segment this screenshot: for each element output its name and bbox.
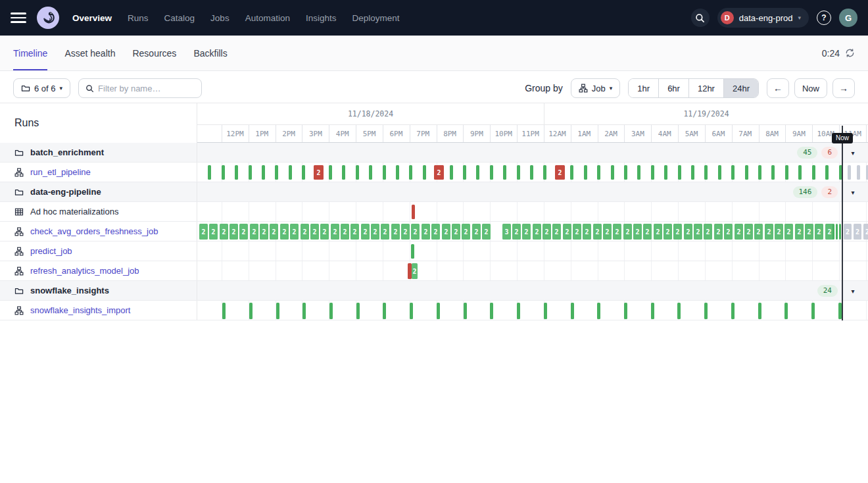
run-batch[interactable]: 2 bbox=[452, 224, 460, 240]
run-batch[interactable] bbox=[517, 165, 520, 180]
workspace-switcher[interactable]: D data-eng-prod ▾ bbox=[717, 8, 809, 28]
tab-resources[interactable]: Resources bbox=[132, 36, 176, 70]
row-name[interactable]: check_avg_orders_freshness_job bbox=[30, 226, 158, 236]
tab-timeline[interactable]: Timeline bbox=[13, 36, 47, 70]
run-batch[interactable] bbox=[624, 165, 627, 180]
run-batch[interactable] bbox=[691, 165, 694, 180]
run-batch[interactable] bbox=[249, 165, 252, 180]
run-batch[interactable]: 2 bbox=[371, 224, 379, 240]
run-batch[interactable] bbox=[704, 303, 708, 319]
run-batch[interactable]: 2 bbox=[512, 224, 521, 240]
run-batch[interactable]: 2 bbox=[411, 224, 420, 240]
run-batch[interactable] bbox=[517, 303, 520, 319]
nav-item-overview[interactable]: Overview bbox=[72, 13, 112, 23]
run-batch[interactable]: 2 bbox=[522, 224, 531, 240]
row-name[interactable]: predict_job bbox=[30, 246, 72, 256]
run-batch[interactable] bbox=[832, 224, 834, 240]
run-batch[interactable]: 2 bbox=[673, 224, 682, 240]
run-batch[interactable]: 2 bbox=[815, 224, 823, 240]
repo-scope-button[interactable]: 6 of 6 ▾ bbox=[13, 78, 70, 98]
run-batch[interactable] bbox=[798, 165, 802, 180]
filter-input[interactable] bbox=[98, 84, 195, 93]
run-batch[interactable]: 2 bbox=[401, 224, 410, 240]
run-batch[interactable]: 2 bbox=[613, 224, 621, 240]
run-batch[interactable] bbox=[677, 303, 681, 319]
run-batch[interactable] bbox=[275, 165, 278, 180]
expand-toggle-button[interactable]: ▾ bbox=[846, 185, 860, 199]
run-batch[interactable] bbox=[848, 165, 851, 180]
run-batch[interactable]: 2 bbox=[412, 263, 418, 279]
run-batch[interactable] bbox=[503, 165, 506, 180]
row-name[interactable]: run_etl_pipeline bbox=[30, 167, 91, 177]
run-batch[interactable] bbox=[410, 303, 413, 319]
run-batch[interactable] bbox=[412, 205, 415, 219]
run-batch[interactable] bbox=[276, 303, 279, 319]
search-icon[interactable] bbox=[691, 9, 710, 27]
tab-backfills[interactable]: Backfills bbox=[193, 36, 227, 70]
group-by-select[interactable]: Job ▾ bbox=[571, 78, 621, 98]
run-batch[interactable] bbox=[490, 165, 493, 180]
run-batch[interactable] bbox=[785, 165, 788, 180]
run-batch[interactable] bbox=[356, 303, 360, 319]
run-batch[interactable]: 2 bbox=[350, 224, 359, 240]
run-batch[interactable]: 3 bbox=[502, 224, 511, 240]
run-batch[interactable] bbox=[731, 165, 735, 180]
range-option-1hr[interactable]: 1hr bbox=[629, 79, 658, 97]
run-batch[interactable]: 2 bbox=[280, 224, 289, 240]
run-batch[interactable] bbox=[249, 303, 253, 319]
run-batch[interactable] bbox=[637, 165, 640, 180]
run-batch[interactable]: 2 bbox=[854, 224, 861, 240]
run-batch[interactable]: 2 bbox=[754, 224, 763, 240]
run-batch[interactable] bbox=[356, 165, 359, 180]
run-batch[interactable]: 2 bbox=[633, 224, 642, 240]
run-batch[interactable] bbox=[396, 165, 399, 180]
help-icon[interactable]: ? bbox=[817, 11, 831, 25]
run-batch[interactable]: 2 bbox=[694, 224, 702, 240]
nav-item-jobs[interactable]: Jobs bbox=[210, 13, 229, 23]
run-batch[interactable]: 2 bbox=[260, 224, 268, 240]
run-batch[interactable] bbox=[624, 303, 627, 319]
run-batch[interactable]: 2 bbox=[654, 224, 662, 240]
run-batch[interactable] bbox=[463, 165, 466, 180]
run-batch[interactable]: 2 bbox=[314, 165, 324, 180]
run-batch[interactable]: 2 bbox=[744, 224, 753, 240]
run-batch[interactable]: 2 bbox=[704, 224, 712, 240]
run-batch[interactable]: 2 bbox=[795, 224, 804, 240]
run-batch[interactable] bbox=[208, 165, 211, 180]
run-batch[interactable]: 2 bbox=[442, 224, 450, 240]
page-right-button[interactable]: → bbox=[832, 78, 855, 98]
run-batch[interactable] bbox=[476, 165, 479, 180]
run-batch[interactable] bbox=[718, 165, 721, 180]
row-name[interactable]: snowflake_insights_import bbox=[30, 305, 130, 315]
run-batch[interactable] bbox=[651, 303, 654, 319]
run-batch[interactable]: 2 bbox=[361, 224, 370, 240]
run-batch[interactable]: 2 bbox=[472, 224, 481, 240]
run-batch[interactable] bbox=[597, 165, 600, 180]
run-batch[interactable]: 2 bbox=[593, 224, 602, 240]
run-batch[interactable]: 2 bbox=[209, 224, 218, 240]
run-batch[interactable] bbox=[490, 303, 493, 319]
run-batch[interactable]: 2 bbox=[220, 224, 228, 240]
run-batch[interactable] bbox=[289, 165, 292, 180]
tab-asset-health[interactable]: Asset health bbox=[64, 36, 115, 70]
nav-item-runs[interactable]: Runs bbox=[128, 13, 149, 23]
run-batch[interactable] bbox=[771, 165, 775, 180]
run-batch[interactable] bbox=[731, 303, 735, 319]
avatar[interactable]: G bbox=[839, 9, 857, 27]
run-batch[interactable] bbox=[678, 165, 681, 180]
run-batch[interactable] bbox=[825, 165, 829, 180]
nav-item-insights[interactable]: Insights bbox=[306, 13, 337, 23]
run-batch[interactable]: 2 bbox=[462, 224, 470, 240]
run-batch[interactable]: 2 bbox=[542, 224, 551, 240]
run-batch[interactable] bbox=[437, 303, 440, 319]
run-batch[interactable] bbox=[302, 165, 305, 180]
run-batch[interactable] bbox=[839, 224, 841, 240]
run-batch[interactable] bbox=[543, 165, 546, 180]
run-batch[interactable]: 2 bbox=[482, 224, 491, 240]
expand-toggle-button[interactable]: ▾ bbox=[846, 284, 860, 298]
run-batch[interactable] bbox=[411, 244, 414, 259]
run-batch[interactable] bbox=[812, 165, 815, 180]
run-batch[interactable]: 2 bbox=[603, 224, 612, 240]
run-batch[interactable] bbox=[745, 165, 748, 180]
menu-icon[interactable] bbox=[11, 10, 26, 26]
